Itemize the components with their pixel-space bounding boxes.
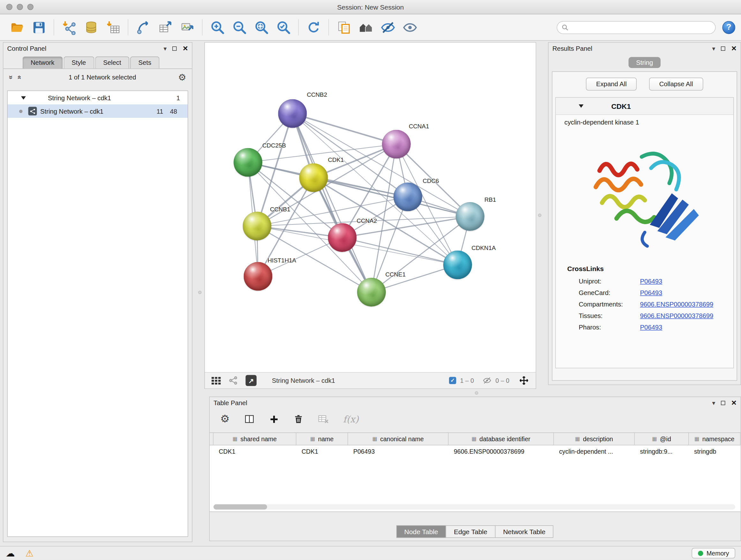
column-header--id[interactable]: ▦@id	[635, 433, 689, 445]
tab-style[interactable]: Style	[64, 57, 94, 69]
network-node-hist1h1a[interactable]	[244, 262, 273, 291]
warning-icon[interactable]: ⚠	[25, 548, 34, 559]
zoom-out-button[interactable]	[228, 17, 251, 37]
table-type-tabs: Node TableEdge TableNetwork Table	[210, 525, 741, 538]
cloud-icon[interactable]: ☁	[6, 548, 15, 559]
show-hide-panels-button[interactable]	[355, 17, 377, 37]
network-view-icon[interactable]	[229, 376, 238, 385]
float-panel-icon[interactable]	[721, 401, 725, 405]
float-panel-icon[interactable]	[721, 46, 725, 51]
network-node-ccne1[interactable]	[357, 278, 386, 307]
export-table-button[interactable]	[154, 17, 176, 37]
apply-preferred-layout-button[interactable]	[302, 17, 325, 37]
column-type-icon: ▦	[575, 436, 580, 442]
hide-graphics-details-button[interactable]	[377, 17, 399, 37]
network-canvas[interactable]: CCNB2CCNA1CDC25BCDK1CDC6RB1CCNB1CCNA2CDK…	[205, 43, 536, 372]
table-settings-gear-icon[interactable]: ⚙	[220, 413, 230, 425]
table-row[interactable]: CDK1CDK1P064939606.ENSP00000378699cyclin…	[210, 445, 741, 457]
tab-string[interactable]: String	[628, 57, 661, 68]
column-header-shared-name[interactable]: ▦shared name	[213, 433, 296, 445]
maximize-window-button[interactable]	[27, 4, 34, 10]
selected-counter: 1 – 0	[460, 377, 474, 384]
add-column-plus-icon[interactable]	[269, 414, 279, 424]
help-button[interactable]: ?	[723, 21, 736, 34]
delete-column-trash-icon[interactable]	[293, 414, 304, 424]
network-node-cdk1[interactable]	[299, 164, 328, 192]
zoom-fit-content-button[interactable]	[251, 17, 273, 37]
column-header-description[interactable]: ▦description	[554, 433, 635, 445]
tab-node-table[interactable]: Node Table	[396, 525, 446, 538]
import-network-from-file-button[interactable]	[58, 17, 80, 37]
memory-button[interactable]: Memory	[692, 548, 735, 559]
crosslink-link[interactable]: 9606.ENSP00000378699	[640, 300, 714, 308]
network-row-selected[interactable]: String Network – cdk1 11 48	[8, 105, 188, 118]
import-network-from-database-button[interactable]	[80, 17, 102, 37]
panel-menu-icon[interactable]: ▾	[712, 45, 716, 52]
column-header-database-identifier[interactable]: ▦database identifier	[449, 433, 554, 445]
network-node-ccnb2[interactable]	[278, 99, 307, 128]
search-input[interactable]	[571, 23, 711, 31]
splitter-handle[interactable]	[475, 391, 478, 395]
network-node-rb1[interactable]	[456, 202, 484, 231]
export-image-button[interactable]	[176, 17, 198, 37]
close-window-button[interactable]	[6, 4, 13, 10]
crosslink-link[interactable]: P06493	[640, 323, 663, 331]
network-node-cdkn1a[interactable]	[443, 251, 472, 279]
network-node-cdc6[interactable]	[394, 183, 422, 211]
scrollbar-thumb[interactable]	[213, 504, 267, 510]
tab-sets[interactable]: Sets	[130, 57, 159, 69]
open-in-window-icon[interactable]: ↗	[246, 375, 257, 386]
splitter-handle[interactable]	[198, 291, 202, 294]
selected-nodes-checkbox-icon[interactable]: ✓	[449, 377, 456, 384]
expand-all-icon[interactable]: «	[16, 75, 24, 79]
collapse-triangle-icon[interactable]	[579, 105, 584, 108]
new-network-from-selection-button[interactable]	[132, 17, 154, 37]
crosslink-link[interactable]: P06493	[640, 277, 663, 285]
expand-triangle-icon[interactable]	[21, 96, 26, 100]
import-table-from-file-button[interactable]	[102, 17, 124, 37]
splitter-handle[interactable]	[538, 213, 542, 217]
panel-menu-icon[interactable]: ▾	[712, 399, 716, 407]
column-header-canonical-name[interactable]: ▦canonical name	[348, 433, 449, 445]
open-session-button[interactable]	[6, 17, 28, 37]
tab-network[interactable]: Network	[23, 57, 63, 69]
tab-select[interactable]: Select	[95, 57, 129, 69]
save-session-button[interactable]	[28, 17, 50, 37]
node-label-rb1: RB1	[484, 196, 496, 203]
tab-edge-table[interactable]: Edge Table	[446, 525, 495, 538]
tab-network-table[interactable]: Network Table	[495, 525, 554, 538]
search-field[interactable]	[557, 21, 716, 34]
function-builder-icon: f(x)	[343, 414, 359, 424]
crosslink-link[interactable]: 9606.ENSP00000378699	[640, 312, 714, 319]
close-panel-icon[interactable]: ✕	[183, 45, 188, 52]
collapse-all-icon[interactable]: »	[7, 75, 15, 79]
gene-card-cdk1: CDK1 cyclin-dependent kinase 1 CrossLink…	[555, 98, 734, 368]
grid-view-icon[interactable]	[212, 377, 221, 384]
network-node-ccnb1[interactable]	[243, 212, 272, 240]
network-node-ccna1[interactable]	[382, 130, 411, 159]
panel-menu-icon[interactable]: ▾	[164, 45, 167, 52]
crosslink-link[interactable]: P06493	[640, 289, 663, 296]
expand-all-button[interactable]: Expand All	[586, 78, 636, 91]
gear-icon[interactable]: ⚙	[178, 71, 186, 83]
network-node-ccna2[interactable]	[328, 223, 357, 252]
column-header-namespace[interactable]: ▦namespace	[689, 433, 741, 445]
collapse-all-button[interactable]: Collapse All	[649, 78, 703, 91]
show-graphics-details-button[interactable]	[399, 17, 421, 37]
copy-to-clipboard-button[interactable]	[333, 17, 355, 37]
crosslinks-list: Uniprot:P06493GeneCard:P06493Compartment…	[556, 275, 734, 333]
network-node-cdc25b[interactable]	[233, 148, 262, 177]
move-fit-icon[interactable]	[519, 375, 529, 386]
zoom-selected-button[interactable]	[273, 17, 294, 37]
close-panel-icon[interactable]: ✕	[731, 45, 737, 52]
import-network-from-database-icon	[84, 20, 98, 35]
show-columns-icon[interactable]	[244, 414, 255, 424]
float-panel-icon[interactable]	[172, 46, 177, 51]
gene-card-header[interactable]: CDK1	[556, 98, 734, 115]
column-header-name[interactable]: ▦name	[296, 433, 348, 445]
zoom-in-button[interactable]	[206, 17, 228, 37]
close-panel-icon[interactable]: ✕	[731, 399, 737, 407]
horizontal-scrollbar[interactable]	[213, 504, 735, 510]
minimize-window-button[interactable]	[17, 4, 23, 10]
network-collection-row[interactable]: String Network – cdk1 1	[8, 91, 188, 105]
